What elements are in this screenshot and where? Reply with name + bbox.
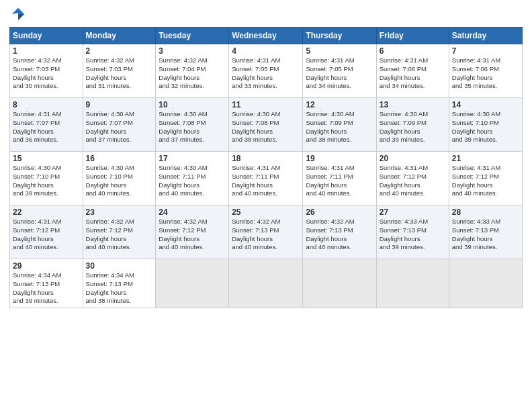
day-cell: 25Sunrise: 4:32 AMSunset: 7:13 PMDayligh… <box>229 205 303 259</box>
day-number: 26 <box>306 208 373 217</box>
day-info: Sunrise: 4:31 AMSunset: 7:11 PMDaylight … <box>306 164 373 198</box>
day-number: 21 <box>452 154 519 163</box>
day-cell: 18Sunrise: 4:31 AMSunset: 7:11 PMDayligh… <box>229 152 303 205</box>
day-number: 27 <box>380 208 446 217</box>
day-number: 25 <box>232 208 300 217</box>
day-cell: 11Sunrise: 4:30 AMSunset: 7:08 PMDayligh… <box>229 98 303 152</box>
day-info: Sunrise: 4:33 AMSunset: 7:13 PMDaylight … <box>452 218 519 252</box>
day-cell: 23Sunrise: 4:32 AMSunset: 7:12 PMDayligh… <box>83 205 156 259</box>
day-cell: 17Sunrise: 4:30 AMSunset: 7:11 PMDayligh… <box>156 152 229 205</box>
day-cell: 26Sunrise: 4:32 AMSunset: 7:13 PMDayligh… <box>303 205 376 259</box>
day-number: 28 <box>452 208 519 217</box>
day-cell: 29Sunrise: 4:34 AMSunset: 7:13 PMDayligh… <box>10 259 83 308</box>
day-number: 12 <box>306 100 373 109</box>
day-number: 19 <box>306 154 373 163</box>
day-number: 5 <box>306 46 373 56</box>
day-info: Sunrise: 4:34 AMSunset: 7:13 PMDaylight … <box>13 271 80 306</box>
day-info: Sunrise: 4:30 AMSunset: 7:10 PMDaylight … <box>13 164 80 198</box>
day-number: 24 <box>159 208 226 217</box>
day-number: 4 <box>232 46 300 56</box>
day-info: Sunrise: 4:32 AMSunset: 7:03 PMDaylight … <box>13 56 80 91</box>
page: SundayMondayTuesdayWednesdayThursdayFrid… <box>0 0 532 411</box>
day-cell: 8Sunrise: 4:31 AMSunset: 7:07 PMDaylight… <box>10 98 83 152</box>
day-info: Sunrise: 4:32 AMSunset: 7:12 PMDaylight … <box>86 218 153 252</box>
day-info: Sunrise: 4:30 AMSunset: 7:10 PMDaylight … <box>86 164 153 198</box>
header <box>9 7 523 21</box>
day-number: 10 <box>159 100 226 109</box>
day-cell: 15Sunrise: 4:30 AMSunset: 7:10 PMDayligh… <box>10 152 83 205</box>
day-cell <box>449 259 522 308</box>
day-number: 29 <box>13 261 80 271</box>
day-cell: 28Sunrise: 4:33 AMSunset: 7:13 PMDayligh… <box>449 205 522 259</box>
day-info: Sunrise: 4:32 AMSunset: 7:04 PMDaylight … <box>159 56 226 91</box>
day-info: Sunrise: 4:31 AMSunset: 7:12 PMDaylight … <box>13 218 80 252</box>
day-number: 13 <box>380 100 446 109</box>
day-info: Sunrise: 4:30 AMSunset: 7:08 PMDaylight … <box>232 110 300 144</box>
day-info: Sunrise: 4:30 AMSunset: 7:11 PMDaylight … <box>159 164 226 198</box>
day-info: Sunrise: 4:31 AMSunset: 7:12 PMDaylight … <box>452 164 519 198</box>
week-row-5: 29Sunrise: 4:34 AMSunset: 7:13 PMDayligh… <box>10 259 523 308</box>
day-number: 6 <box>380 46 446 56</box>
day-cell: 9Sunrise: 4:30 AMSunset: 7:07 PMDaylight… <box>83 98 156 152</box>
day-cell: 2Sunrise: 4:32 AMSunset: 7:03 PMDaylight… <box>83 44 156 98</box>
day-info: Sunrise: 4:31 AMSunset: 7:05 PMDaylight … <box>306 56 373 91</box>
week-row-2: 8Sunrise: 4:31 AMSunset: 7:07 PMDaylight… <box>10 98 523 152</box>
day-number: 11 <box>232 100 300 109</box>
day-number: 3 <box>159 46 226 56</box>
day-cell: 24Sunrise: 4:32 AMSunset: 7:12 PMDayligh… <box>156 205 229 259</box>
day-cell: 16Sunrise: 4:30 AMSunset: 7:10 PMDayligh… <box>83 152 156 205</box>
day-info: Sunrise: 4:30 AMSunset: 7:08 PMDaylight … <box>159 110 226 144</box>
day-info: Sunrise: 4:31 AMSunset: 7:05 PMDaylight … <box>232 56 300 91</box>
day-number: 30 <box>86 261 153 271</box>
col-header-thursday: Thursday <box>303 28 376 44</box>
day-cell: 10Sunrise: 4:30 AMSunset: 7:08 PMDayligh… <box>156 98 229 152</box>
day-cell: 27Sunrise: 4:33 AMSunset: 7:13 PMDayligh… <box>376 205 449 259</box>
col-header-wednesday: Wednesday <box>229 28 303 44</box>
day-cell: 5Sunrise: 4:31 AMSunset: 7:05 PMDaylight… <box>303 44 376 98</box>
day-info: Sunrise: 4:31 AMSunset: 7:11 PMDaylight … <box>232 164 300 198</box>
day-info: Sunrise: 4:32 AMSunset: 7:13 PMDaylight … <box>232 218 300 252</box>
day-info: Sunrise: 4:31 AMSunset: 7:07 PMDaylight … <box>13 110 80 144</box>
day-cell: 21Sunrise: 4:31 AMSunset: 7:12 PMDayligh… <box>449 152 522 205</box>
day-info: Sunrise: 4:34 AMSunset: 7:13 PMDaylight … <box>86 271 153 306</box>
day-number: 9 <box>86 100 153 109</box>
day-number: 18 <box>232 154 300 163</box>
day-number: 1 <box>13 46 80 56</box>
col-header-friday: Friday <box>376 28 449 44</box>
day-cell: 1Sunrise: 4:32 AMSunset: 7:03 PMDaylight… <box>10 44 83 98</box>
day-number: 23 <box>86 208 153 217</box>
day-cell <box>229 259 303 308</box>
logo-icon <box>11 7 26 21</box>
col-header-sunday: Sunday <box>10 28 83 44</box>
day-cell: 14Sunrise: 4:30 AMSunset: 7:10 PMDayligh… <box>449 98 522 152</box>
day-cell: 20Sunrise: 4:31 AMSunset: 7:12 PMDayligh… <box>376 152 449 205</box>
day-cell <box>303 259 376 308</box>
day-cell: 13Sunrise: 4:30 AMSunset: 7:09 PMDayligh… <box>376 98 449 152</box>
day-number: 20 <box>380 154 446 163</box>
header-row: SundayMondayTuesdayWednesdayThursdayFrid… <box>10 28 523 44</box>
day-cell: 22Sunrise: 4:31 AMSunset: 7:12 PMDayligh… <box>10 205 83 259</box>
day-info: Sunrise: 4:32 AMSunset: 7:12 PMDaylight … <box>159 218 226 252</box>
day-info: Sunrise: 4:32 AMSunset: 7:13 PMDaylight … <box>306 218 373 252</box>
col-header-saturday: Saturday <box>449 28 522 44</box>
day-info: Sunrise: 4:30 AMSunset: 7:09 PMDaylight … <box>306 110 373 144</box>
day-number: 14 <box>452 100 519 109</box>
day-number: 17 <box>159 154 226 163</box>
day-info: Sunrise: 4:30 AMSunset: 7:09 PMDaylight … <box>380 110 446 144</box>
logo <box>9 7 27 21</box>
day-info: Sunrise: 4:30 AMSunset: 7:07 PMDaylight … <box>86 110 153 144</box>
week-row-3: 15Sunrise: 4:30 AMSunset: 7:10 PMDayligh… <box>10 152 523 205</box>
day-info: Sunrise: 4:31 AMSunset: 7:12 PMDaylight … <box>380 164 446 198</box>
day-cell: 19Sunrise: 4:31 AMSunset: 7:11 PMDayligh… <box>303 152 376 205</box>
day-number: 16 <box>86 154 153 163</box>
day-cell: 30Sunrise: 4:34 AMSunset: 7:13 PMDayligh… <box>83 259 156 308</box>
col-header-tuesday: Tuesday <box>156 28 229 44</box>
week-row-1: 1Sunrise: 4:32 AMSunset: 7:03 PMDaylight… <box>10 44 523 98</box>
day-info: Sunrise: 4:31 AMSunset: 7:06 PMDaylight … <box>380 56 446 91</box>
day-cell <box>156 259 229 308</box>
calendar: SundayMondayTuesdayWednesdayThursdayFrid… <box>9 27 523 308</box>
col-header-monday: Monday <box>83 28 156 44</box>
day-cell: 6Sunrise: 4:31 AMSunset: 7:06 PMDaylight… <box>376 44 449 98</box>
day-info: Sunrise: 4:33 AMSunset: 7:13 PMDaylight … <box>380 218 446 252</box>
day-cell: 3Sunrise: 4:32 AMSunset: 7:04 PMDaylight… <box>156 44 229 98</box>
